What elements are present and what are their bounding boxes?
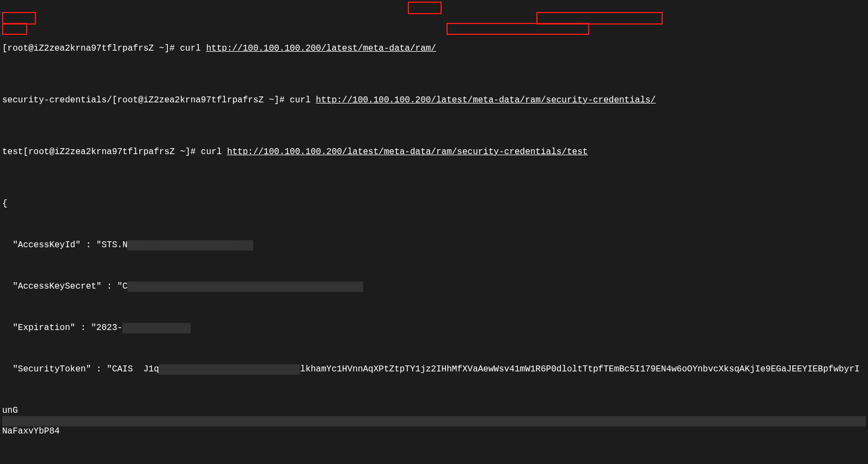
security-token-label: "SecurityToken" : "CAIS J1q — [2, 364, 159, 374]
highlight-security-credentials-test — [447, 23, 589, 35]
highlight-security-word — [2, 12, 36, 25]
json-expiration: "Expiration" : "2023- — [2, 323, 866, 333]
json-open-brace: { — [2, 199, 866, 209]
cmd-line-1: [root@iZ2zea2krna97tflrpafrsZ ~]# curl h… — [2, 44, 866, 54]
json-security-token-1: "SecurityToken" : "CAIS J1q lkhamYc1HVnn… — [2, 364, 866, 375]
st2-tail: NaFaxvYbP84 — [2, 426, 60, 436]
cmd-line-3: test[root@iZ2zea2krna97tflrpafrsZ ~]# cu… — [2, 147, 866, 157]
json-security-token-2: unG NaFaxvYbP84 — [2, 406, 866, 437]
st2-lead: unG — [2, 406, 18, 416]
json-access-key-id: "AccessKeyId" : "STS.N 8F s4", — [2, 240, 866, 251]
redaction — [2, 416, 866, 426]
redaction: s4", — [159, 240, 253, 251]
redaction: 8F — [127, 240, 159, 251]
url-ram[interactable]: http://100.100.100.200/latest/meta-data/… — [206, 44, 436, 53]
redaction — [127, 282, 363, 292]
expiration-label: "Expiration" : "2023- — [2, 323, 123, 333]
highlight-test-word — [2, 23, 27, 35]
redaction — [159, 364, 300, 375]
redaction — [123, 323, 191, 333]
json-access-key-secret: "AccessKeySecret" : "C — [2, 282, 866, 292]
prompt-1: [root@iZ2zea2krna97tflrpafrsZ ~]# curl — [2, 44, 206, 53]
url-security-credentials-test[interactable]: http://100.100.100.200/latest/meta-data/… — [227, 147, 588, 157]
highlight-ram — [408, 2, 442, 14]
security-token-tail-1: lkhamYc1HVnnAqXPtZtpTY1jz2IHhMfXVaAewWsv… — [300, 364, 859, 374]
cmd-line-2: security-credentials/[root@iZ2zea2krna97… — [2, 95, 866, 106]
access-key-secret-label: "AccessKeySecret" : "C — [2, 282, 127, 291]
output-seccred: security-credentials/[root@iZ2zea2krna97… — [2, 95, 316, 105]
access-key-id-label: "AccessKeyId" : "STS.N — [2, 240, 127, 250]
highlight-security-credentials — [536, 12, 663, 25]
output-test-prompt: test[root@iZ2zea2krna97tflrpafrsZ ~]# cu… — [2, 147, 227, 157]
url-security-credentials[interactable]: http://100.100.100.200/latest/meta-data/… — [316, 95, 656, 105]
terminal[interactable]: [root@iZ2zea2krna97tflrpafrsZ ~]# curl h… — [0, 0, 868, 464]
